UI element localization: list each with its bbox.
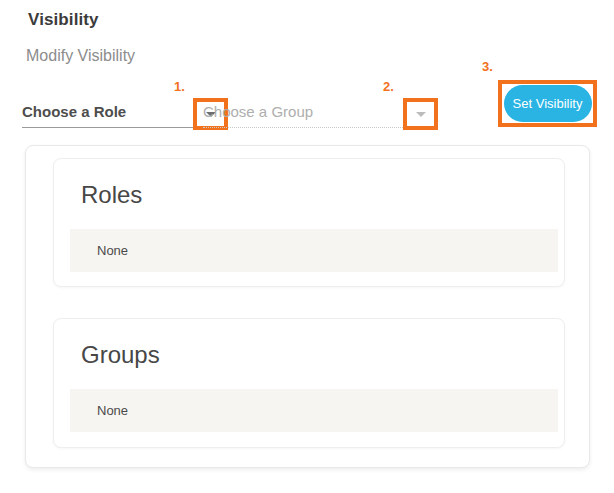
annotation-step-3: 3.	[482, 59, 493, 74]
page-subtitle: Modify Visibility	[26, 47, 135, 65]
groups-none-value: None	[97, 389, 558, 432]
page-title: Visibility	[28, 10, 99, 30]
set-visibility-button[interactable]: Set Visibility	[504, 85, 592, 122]
role-select-label: Choose a Role	[22, 98, 193, 126]
group-select[interactable]: Choose a Group	[203, 98, 403, 128]
groups-card: Groups None	[53, 318, 565, 448]
roles-title: Roles	[81, 181, 142, 209]
annotation-box-group-caret	[403, 98, 438, 130]
visibility-panel: Roles None Groups None	[25, 145, 590, 468]
group-select-label: Choose a Group	[203, 98, 403, 126]
roles-none-value: None	[97, 229, 558, 272]
groups-list-item: None	[70, 389, 558, 432]
groups-title: Groups	[81, 341, 160, 369]
roles-card: Roles None	[53, 158, 565, 287]
visibility-page: Visibility Modify Visibility Choose a Ro…	[0, 0, 614, 493]
caret-down-icon[interactable]	[416, 112, 426, 117]
annotation-box-set-visibility: Set Visibility	[498, 80, 597, 127]
annotation-step-2: 2.	[383, 79, 394, 94]
annotation-step-1: 1.	[174, 79, 185, 94]
roles-list-item: None	[70, 229, 558, 272]
role-select[interactable]: Choose a Role	[22, 98, 193, 128]
